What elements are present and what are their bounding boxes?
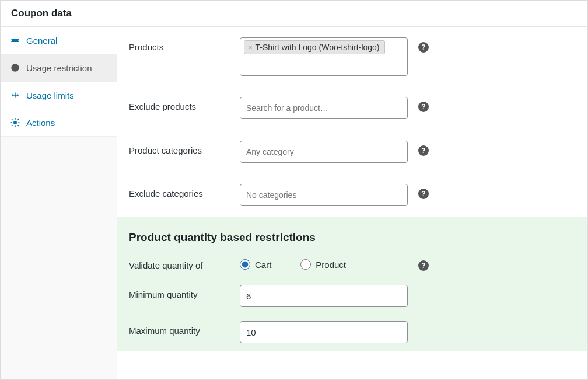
radio-cart[interactable]: Cart — [240, 259, 271, 270]
row-max-quantity: Maximum quantity — [117, 315, 587, 351]
tab-general[interactable]: General — [1, 27, 117, 54]
min-quantity-input[interactable] — [240, 285, 408, 307]
label-max-quantity: Maximum quantity — [129, 321, 240, 336]
gear-icon — [10, 117, 20, 128]
radio-product-input[interactable] — [300, 259, 311, 270]
row-product-categories: Product categories Any category ? — [117, 130, 587, 173]
sidebar: General Usage restriction Usage limits A… — [1, 27, 117, 379]
tab-label: Usage restriction — [26, 63, 92, 73]
exclude-products-input[interactable]: Search for a product… — [240, 97, 408, 119]
exclude-categories-input[interactable]: No categories — [240, 184, 408, 206]
placeholder-text: Any category — [244, 144, 296, 160]
tab-label: Actions — [26, 118, 55, 128]
svg-point-6 — [14, 121, 17, 124]
section-quantity-restrictions: Product quantity based restrictions Vali… — [117, 217, 587, 351]
help-icon[interactable]: ? — [418, 189, 429, 199]
row-exclude-categories: Exclude categories No categories ? — [117, 173, 587, 217]
row-exclude-products: Exclude products Search for a product… ? — [117, 86, 587, 130]
radio-cart-input[interactable] — [240, 259, 250, 270]
radio-label: Product — [316, 260, 346, 270]
help-icon[interactable]: ? — [418, 102, 429, 112]
validate-quantity-radio-group: Cart Product — [240, 256, 408, 270]
row-products: Products × T-Shirt with Logo (Woo-tshirt… — [117, 27, 587, 86]
max-quantity-input[interactable] — [240, 321, 408, 343]
radio-label: Cart — [255, 260, 271, 270]
radio-product[interactable]: Product — [300, 259, 346, 270]
panel-title: Coupon data — [1, 1, 587, 27]
content-area: Products × T-Shirt with Logo (Woo-tshirt… — [117, 27, 587, 379]
section-categories: Product categories Any category ? Exclud… — [117, 130, 587, 217]
remove-token-icon[interactable]: × — [247, 43, 254, 52]
help-icon[interactable]: ? — [418, 42, 429, 53]
label-exclude-products: Exclude products — [129, 97, 240, 111]
section-title: Product quantity based restrictions — [117, 217, 587, 250]
tab-label: General — [26, 36, 57, 46]
help-icon[interactable]: ? — [418, 260, 429, 271]
panel-body: General Usage restriction Usage limits A… — [1, 27, 587, 379]
row-min-quantity: Minimum quantity — [117, 279, 587, 315]
label-exclude-categories: Exclude categories — [129, 184, 240, 198]
placeholder-text: No categories — [244, 187, 299, 203]
label-products: Products — [129, 37, 240, 52]
tab-usage-restriction[interactable]: Usage restriction — [1, 54, 117, 82]
ticket-icon — [10, 35, 20, 46]
section-products: Products × T-Shirt with Logo (Woo-tshirt… — [117, 27, 587, 130]
product-token: × T-Shirt with Logo (Woo-tshirt-logo) — [244, 40, 385, 54]
tab-actions[interactable]: Actions — [1, 109, 117, 137]
row-validate-quantity: Validate quantity of Cart Product — [117, 250, 587, 279]
limits-icon — [10, 90, 20, 100]
label-min-quantity: Minimum quantity — [129, 285, 240, 299]
tab-usage-limits[interactable]: Usage limits — [1, 82, 117, 109]
tab-label: Usage limits — [26, 90, 74, 100]
placeholder-text: Search for a product… — [244, 100, 331, 116]
token-label: T-Shirt with Logo (Woo-tshirt-logo) — [256, 43, 380, 52]
label-product-categories: Product categories — [129, 141, 240, 155]
ban-icon — [10, 62, 20, 73]
label-validate-quantity: Validate quantity of — [129, 256, 240, 270]
coupon-data-panel: Coupon data General Usage restriction Us… — [0, 0, 588, 380]
product-categories-input[interactable]: Any category — [240, 141, 408, 163]
products-input[interactable]: × T-Shirt with Logo (Woo-tshirt-logo) — [240, 37, 408, 76]
help-icon[interactable]: ? — [418, 145, 429, 156]
